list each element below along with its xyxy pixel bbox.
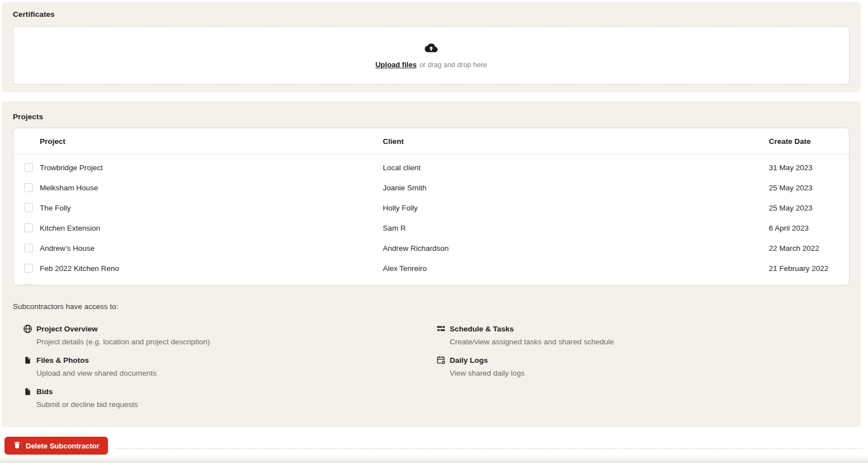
projects-table[interactable]: Project Client Create Date Trowbridge Pr… bbox=[13, 128, 850, 286]
row-checkbox[interactable] bbox=[24, 223, 33, 232]
projects-section: Projects Project Client Create Date Trow… bbox=[2, 101, 861, 427]
project-cell: Melksham House bbox=[40, 184, 383, 192]
table-row: Kitchen Extension Sam R 6 April 2023 bbox=[13, 218, 849, 238]
access-grid: Project Overview Project details (e.g. l… bbox=[13, 323, 850, 417]
table-row: Trowbridge Project Local client 31 May 2… bbox=[13, 157, 849, 177]
create-date-cell: 22 March 2022 bbox=[769, 244, 849, 252]
access-item-description: Project details (e.g. location and proje… bbox=[36, 336, 437, 348]
client-cell: Local client bbox=[383, 163, 769, 172]
column-header-client: Client bbox=[383, 137, 769, 146]
table-row: The Folly Holly Folly 25 May 2023 bbox=[13, 198, 849, 218]
access-item-title: Bids bbox=[36, 387, 53, 396]
row-checkbox[interactable] bbox=[24, 264, 33, 273]
trash-icon bbox=[13, 441, 21, 450]
access-column-right: Schedule & Tasks Create/view assigned ta… bbox=[437, 323, 850, 417]
client-cell: Andrew Richardson bbox=[383, 244, 769, 252]
client-cell: Alex Tenreiro bbox=[383, 264, 769, 273]
create-date-cell: 25 May 2023 bbox=[769, 184, 849, 192]
project-cell: Kitchen Extension bbox=[40, 224, 383, 232]
delete-button-label: Delete Subcontractor bbox=[26, 442, 99, 450]
access-item: Schedule & Tasks Create/view assigned ta… bbox=[437, 323, 850, 348]
access-item-title: Project Overview bbox=[36, 325, 98, 333]
certificates-title: Certificates bbox=[13, 10, 850, 18]
access-item-description: View shared daily logs bbox=[450, 368, 850, 379]
access-item: Bids Submit or decline bid requests bbox=[23, 386, 437, 410]
access-item-title: Files & Photos bbox=[36, 356, 89, 364]
row-checkbox[interactable] bbox=[24, 183, 33, 192]
create-date-cell: 6 April 2023 bbox=[769, 224, 849, 232]
row-checkbox[interactable] bbox=[24, 203, 33, 212]
footer-actions: Delete Subcontractor bbox=[4, 437, 862, 455]
upload-files-link[interactable]: Upload files bbox=[376, 60, 417, 69]
checkbox-cell bbox=[13, 244, 40, 252]
create-date-cell: 25 May 2023 bbox=[769, 204, 849, 212]
access-column-left: Project Overview Project details (e.g. l… bbox=[23, 323, 437, 417]
row-checkbox[interactable] bbox=[24, 244, 33, 252]
project-cell: The Folly bbox=[40, 204, 383, 212]
access-item-description: Submit or decline bid requests bbox=[36, 399, 437, 410]
certificates-upload-dropzone[interactable]: Upload filesor drag and drop here bbox=[13, 26, 850, 85]
upload-instruction: Upload filesor drag and drop here bbox=[376, 60, 487, 69]
create-date-cell: 21 February 2022 bbox=[769, 264, 849, 273]
access-item: Daily Logs View shared daily logs bbox=[437, 354, 850, 379]
cloud-upload-icon bbox=[425, 41, 438, 57]
globe-icon bbox=[23, 324, 32, 334]
table-row bbox=[13, 278, 849, 286]
dashed-divider bbox=[116, 448, 862, 449]
access-heading: Subcontractors have access to: bbox=[13, 302, 850, 311]
checkbox-cell bbox=[13, 183, 40, 192]
column-header-create-date: Create Date bbox=[769, 137, 849, 146]
client-cell: Joanie Smith bbox=[383, 184, 769, 192]
access-item-description: Upload and view shared documents bbox=[36, 368, 437, 379]
calendar-add-icon bbox=[437, 356, 446, 365]
create-date-cell: 31 May 2023 bbox=[769, 163, 849, 172]
client-cell: Sam R bbox=[383, 224, 769, 232]
table-row: Feb 2022 Kitchen Reno Alex Tenreiro 21 F… bbox=[13, 258, 849, 278]
projects-title: Projects bbox=[13, 113, 850, 121]
delete-subcontractor-button[interactable]: Delete Subcontractor bbox=[4, 437, 108, 455]
schedule-icon bbox=[437, 324, 446, 334]
file-icon bbox=[23, 356, 32, 365]
row-checkbox[interactable] bbox=[24, 163, 33, 172]
checkbox-cell bbox=[13, 163, 40, 172]
certificates-section: Certificates Upload filesor drag and dro… bbox=[2, 2, 861, 92]
projects-table-header: Project Client Create Date bbox=[13, 128, 849, 155]
project-cell: Andrew’s House bbox=[40, 244, 383, 252]
column-header-project: Project bbox=[40, 137, 383, 146]
access-item-title: Daily Logs bbox=[450, 356, 488, 364]
checkbox-cell bbox=[13, 203, 40, 212]
upload-hint-text: or drag and drop here bbox=[419, 61, 487, 69]
checkbox-cell bbox=[13, 284, 40, 286]
file-icon bbox=[23, 387, 32, 396]
row-checkbox[interactable] bbox=[24, 284, 33, 286]
access-item-description: Create/view assigned tasks and shared sc… bbox=[450, 336, 850, 348]
project-cell: Trowbridge Project bbox=[40, 163, 383, 172]
checkbox-cell bbox=[13, 223, 40, 232]
projects-table-body: Trowbridge Project Local client 31 May 2… bbox=[13, 155, 849, 286]
checkbox-cell bbox=[13, 264, 40, 273]
access-item: Project Overview Project details (e.g. l… bbox=[23, 323, 437, 348]
client-cell: Holly Folly bbox=[383, 204, 769, 212]
table-row: Andrew’s House Andrew Richardson 22 Marc… bbox=[13, 238, 849, 258]
table-row: Melksham House Joanie Smith 25 May 2023 bbox=[13, 177, 849, 198]
access-item-title: Schedule & Tasks bbox=[450, 325, 514, 333]
bottom-scroll-shadow bbox=[0, 455, 868, 463]
project-cell: Feb 2022 Kitchen Reno bbox=[40, 264, 383, 273]
access-item: Files & Photos Upload and view shared do… bbox=[23, 354, 437, 379]
